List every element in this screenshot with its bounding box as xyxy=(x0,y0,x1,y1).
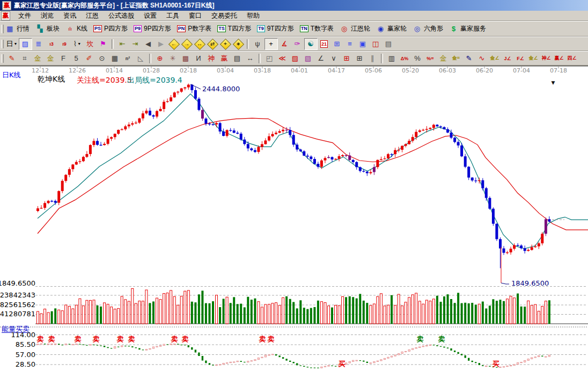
gold-circle-button[interactable]: 金 xyxy=(437,53,450,64)
toolbar-button-p-number-table[interactable]: PNP数字表 xyxy=(177,24,212,33)
toolbar-button-sectors[interactable]: ▚板块 xyxy=(35,24,60,33)
prev-page-button[interactable]: ◀ xyxy=(142,39,155,49)
pattern-tool[interactable]: ☯ xyxy=(304,38,318,50)
toolbar-button-t-square[interactable]: TST四方形 xyxy=(217,24,251,33)
width-arrows-button[interactable]: ↔ xyxy=(244,53,256,64)
toolbar-button-9p-square[interactable]: P99P四方形 xyxy=(134,24,171,33)
toolbar-button-quotes[interactable]: ▦行情 xyxy=(5,24,30,33)
menu-item-browse[interactable]: 浏览 xyxy=(36,11,58,21)
flag-volume-button[interactable]: ⚑ xyxy=(97,39,109,49)
plain-grid-button[interactable]: ▦ xyxy=(109,53,121,64)
save-tool[interactable]: ▣ xyxy=(357,39,369,49)
toolbar-grip[interactable] xyxy=(1,40,4,48)
print-tool[interactable]: ▤ xyxy=(383,39,395,49)
percent-triangle-button[interactable]: Δ% xyxy=(399,53,411,64)
menu-item-settings[interactable]: 设置 xyxy=(139,11,161,21)
next-page-button[interactable]: ▶ xyxy=(155,39,167,49)
toolbar-grip[interactable] xyxy=(1,54,4,63)
pan-right-button[interactable]: → xyxy=(181,39,193,49)
menu-item-window[interactable]: 窗口 xyxy=(184,11,207,21)
v-wave-button[interactable]: ∨ xyxy=(328,53,340,64)
j-angle-button[interactable]: J∠ xyxy=(502,53,514,64)
first-page-button[interactable]: ⇤ xyxy=(116,39,129,49)
trend-angle-button[interactable]: ∠ xyxy=(315,53,327,64)
info-panel-button[interactable]: ≣ xyxy=(33,39,45,49)
toolbar-button-t-number-table[interactable]: TNT数字表 xyxy=(300,24,334,33)
si-angle-button[interactable]: 四∠ xyxy=(566,53,578,64)
toolbar-button-hexagon[interactable]: ◎六角形 xyxy=(413,24,443,33)
compass-tool[interactable]: ⊙ xyxy=(96,53,108,64)
f-angle-button[interactable]: F∠ xyxy=(514,53,527,64)
f-grid-button[interactable]: F xyxy=(57,53,70,64)
spider-web-button[interactable]: ✳ xyxy=(167,53,179,64)
kline-9-button[interactable]: ı9 xyxy=(58,39,71,49)
crosshair-tool[interactable]: + xyxy=(264,38,278,50)
brush-tool[interactable]: ✐ xyxy=(83,53,95,64)
calculator-tool[interactable]: ⊞ xyxy=(331,39,343,49)
percent-button[interactable]: % xyxy=(411,53,424,64)
toolbar-button-p-square[interactable]: PSP四方形 xyxy=(93,24,128,33)
toolbar-button-winner-wheel[interactable]: ◉赢家轮 xyxy=(376,24,407,33)
gold-angle-2-button[interactable]: 金∠ xyxy=(527,53,540,64)
kline-3-button[interactable]: ı3 xyxy=(46,39,58,49)
menu-item-news[interactable]: 资讯 xyxy=(58,11,81,21)
grid-tool[interactable]: ⌗ xyxy=(19,53,31,64)
menu-item-formula-stock-pick[interactable]: 公式选股 xyxy=(104,11,139,21)
compress-horizontal-button[interactable]: ⇄ xyxy=(207,39,219,49)
toolbar-button-gann-wheel[interactable]: ◎江恩轮 xyxy=(340,24,370,33)
fan-lines-button[interactable]: ≪ xyxy=(276,53,289,64)
web-box-button[interactable]: ▩ xyxy=(180,53,192,64)
gold-grid-a-button[interactable]: 金 xyxy=(32,53,44,64)
percent-lines-button[interactable]: %= xyxy=(424,53,437,64)
fan-box-2-button[interactable]: ▧ xyxy=(302,53,314,64)
shen-grid-button[interactable]: 神 xyxy=(205,53,218,64)
pan-left-button[interactable]: ← xyxy=(168,39,180,49)
menu-item-help[interactable]: 帮助 xyxy=(242,11,264,21)
notes-tool[interactable]: ≡ xyxy=(344,39,356,49)
period-day-dropdown-button[interactable]: 日▼ xyxy=(6,39,18,49)
ying-angle-button[interactable]: 赢∠ xyxy=(553,53,565,64)
toolbar-grip[interactable] xyxy=(1,25,4,33)
toolbar-button-9t-square[interactable]: T99T四方形 xyxy=(257,24,294,33)
last-page-button[interactable]: ⇥ xyxy=(129,39,142,49)
five-grid-button[interactable]: 5 xyxy=(70,53,83,64)
compress-all-button[interactable]: ∗ xyxy=(232,39,245,49)
toolbar-button-kline[interactable]: ılıK线 xyxy=(65,24,87,33)
region-zoom-button[interactable]: ▨ xyxy=(19,38,32,50)
expand-all-button[interactable]: + xyxy=(219,39,232,49)
pen-tool[interactable]: ✎ xyxy=(6,53,18,64)
menu-item-tools[interactable]: 工具 xyxy=(161,11,184,21)
chart-area[interactable]: 12-1212-2601-1401-2802-1803-0403-1804-01… xyxy=(0,66,588,371)
n2-grid-button[interactable]: n² xyxy=(122,53,134,64)
menu-item-trade-entrust[interactable]: 交易委托 xyxy=(207,11,242,21)
e-table-button[interactable]: ▥ xyxy=(386,53,398,64)
kline-single-dropdown-button[interactable]: ⌇▼ xyxy=(71,39,84,49)
calendar-tool[interactable]: 21 xyxy=(318,39,330,49)
window-menu-icon[interactable]: 赢 xyxy=(1,11,10,20)
kline-chart-canvas[interactable]: 12-1212-2601-1401-2802-1803-0403-1804-01… xyxy=(0,66,588,371)
circle-cross-button[interactable]: ⊕ xyxy=(154,53,166,64)
red-grid-box-button[interactable]: ⊞ xyxy=(341,53,353,64)
box-select-button[interactable]: ◰ xyxy=(263,53,276,64)
menu-item-gann[interactable]: 江恩 xyxy=(81,11,104,21)
expand-horizontal-button[interactable]: ↔ xyxy=(194,39,206,49)
gold-grid-b-button[interactable]: 金 xyxy=(45,53,57,64)
ying-grid-button[interactable]: 赢 xyxy=(218,53,231,64)
fan-box-button[interactable]: ▨ xyxy=(289,53,302,64)
gann-brush-tool[interactable]: ✑ xyxy=(291,39,304,49)
number-grid-button[interactable]: ▤ xyxy=(231,53,244,64)
angle-ruler-button[interactable]: ◺ xyxy=(135,53,147,64)
gold-angle-button[interactable]: 金∠ xyxy=(489,53,501,64)
shen-angle-button[interactable]: 神∠ xyxy=(540,53,553,64)
kan-tool[interactable]: 坎 xyxy=(84,39,97,49)
pen-candle-button[interactable]: ✎ xyxy=(463,53,475,64)
grid-box-2-button[interactable]: ⊞ xyxy=(354,53,366,64)
protractor-tool[interactable]: ∡ xyxy=(278,39,291,49)
toolbar-button-winner-service[interactable]: $赢家服务 xyxy=(449,24,486,33)
gold-lines-button[interactable]: 金= xyxy=(450,53,462,64)
parallel-lines-button[interactable]: ∥ xyxy=(366,53,379,64)
wave-a-button[interactable]: ∿ xyxy=(476,53,488,64)
menu-item-file[interactable]: 文件 xyxy=(13,11,36,21)
wave-angle-button[interactable]: И xyxy=(193,53,205,64)
snapshot-tool[interactable]: ◫ xyxy=(370,39,382,49)
